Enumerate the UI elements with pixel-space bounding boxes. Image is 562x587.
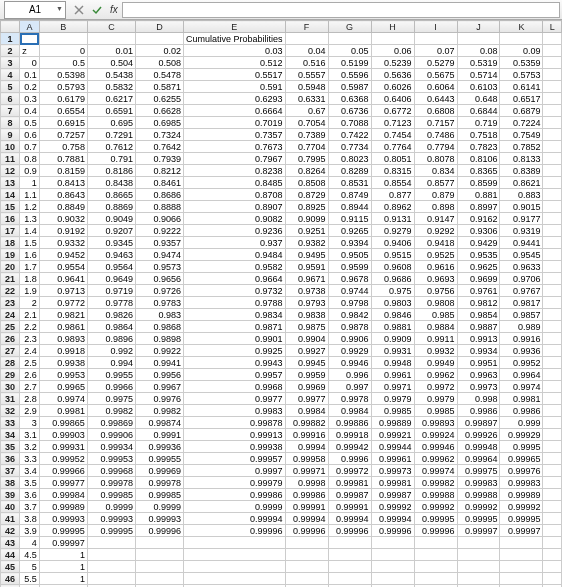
cell-I17[interactable]: 0.9292	[414, 225, 457, 237]
cell-K39[interactable]: 0.99989	[500, 489, 543, 501]
cell-K23[interactable]: 0.9817	[500, 297, 543, 309]
cell-L10[interactable]	[543, 141, 562, 153]
cell-L34[interactable]	[543, 429, 562, 441]
cell-A4[interactable]: 0.1	[20, 69, 40, 81]
cell-C27[interactable]: 0.992	[87, 345, 135, 357]
cell-B45[interactable]: 1	[39, 561, 87, 573]
cell-A30[interactable]: 2.7	[20, 381, 40, 393]
cell-H40[interactable]: 0.99992	[371, 501, 414, 513]
row-header-19[interactable]: 19	[1, 249, 20, 261]
cell-E30[interactable]: 0.9968	[184, 381, 286, 393]
cell-E15[interactable]: 0.8907	[184, 201, 286, 213]
row-header-18[interactable]: 18	[1, 237, 20, 249]
cell-D42[interactable]: 0.99996	[135, 525, 183, 537]
cell-B20[interactable]: 0.9554	[39, 261, 87, 273]
cell-D26[interactable]: 0.9898	[135, 333, 183, 345]
cell-E44[interactable]	[184, 549, 286, 561]
cell-E38[interactable]: 0.99979	[184, 477, 286, 489]
cell-E1[interactable]: Cumulative Probabilities	[184, 33, 286, 45]
cell-F2[interactable]: 0.04	[285, 45, 328, 57]
cell-I34[interactable]: 0.99924	[414, 429, 457, 441]
cell-B16[interactable]: 0.9032	[39, 213, 87, 225]
cell-H34[interactable]: 0.99921	[371, 429, 414, 441]
cell-H44[interactable]	[371, 549, 414, 561]
cell-L2[interactable]	[543, 45, 562, 57]
cell-A20[interactable]: 1.7	[20, 261, 40, 273]
cell-K44[interactable]	[500, 549, 543, 561]
cell-I9[interactable]: 0.7486	[414, 129, 457, 141]
cell-K26[interactable]: 0.9916	[500, 333, 543, 345]
cell-H22[interactable]: 0.975	[371, 285, 414, 297]
cell-G29[interactable]: 0.996	[328, 369, 371, 381]
row-header-33[interactable]: 33	[1, 417, 20, 429]
cell-L23[interactable]	[543, 297, 562, 309]
cell-H12[interactable]: 0.8315	[371, 165, 414, 177]
column-header-K[interactable]: K	[500, 21, 543, 33]
cell-G37[interactable]: 0.99972	[328, 465, 371, 477]
cell-F43[interactable]	[285, 537, 328, 549]
cell-K28[interactable]: 0.9952	[500, 357, 543, 369]
cell-H15[interactable]: 0.8962	[371, 201, 414, 213]
row-header-35[interactable]: 35	[1, 441, 20, 453]
cell-I4[interactable]: 0.5675	[414, 69, 457, 81]
cell-E29[interactable]: 0.9957	[184, 369, 286, 381]
cell-B1[interactable]	[39, 33, 87, 45]
cell-L29[interactable]	[543, 369, 562, 381]
cell-I30[interactable]: 0.9972	[414, 381, 457, 393]
row-header-44[interactable]: 44	[1, 549, 20, 561]
cell-I29[interactable]: 0.9962	[414, 369, 457, 381]
cell-A5[interactable]: 0.2	[20, 81, 40, 93]
cell-B40[interactable]: 0.99989	[39, 501, 87, 513]
cell-F41[interactable]: 0.99994	[285, 513, 328, 525]
cell-A42[interactable]: 3.9	[20, 525, 40, 537]
cell-I16[interactable]: 0.9147	[414, 213, 457, 225]
cell-I44[interactable]	[414, 549, 457, 561]
cell-I2[interactable]: 0.07	[414, 45, 457, 57]
cell-J45[interactable]	[457, 561, 500, 573]
column-header-H[interactable]: H	[371, 21, 414, 33]
cell-J44[interactable]	[457, 549, 500, 561]
cell-L6[interactable]	[543, 93, 562, 105]
cell-H36[interactable]: 0.99961	[371, 453, 414, 465]
cell-C9[interactable]: 0.7291	[87, 129, 135, 141]
cell-L25[interactable]	[543, 321, 562, 333]
cell-G28[interactable]: 0.9946	[328, 357, 371, 369]
cell-J18[interactable]: 0.9429	[457, 237, 500, 249]
cell-E7[interactable]: 0.6664	[184, 105, 286, 117]
row-header-12[interactable]: 12	[1, 165, 20, 177]
cell-B9[interactable]: 0.7257	[39, 129, 87, 141]
cell-I45[interactable]	[414, 561, 457, 573]
cell-G31[interactable]: 0.9978	[328, 393, 371, 405]
cell-L21[interactable]	[543, 273, 562, 285]
cell-A3[interactable]: 0	[20, 57, 40, 69]
cell-J46[interactable]	[457, 573, 500, 585]
cell-I15[interactable]: 0.898	[414, 201, 457, 213]
cell-B23[interactable]: 0.9772	[39, 297, 87, 309]
cell-L35[interactable]	[543, 441, 562, 453]
cell-H46[interactable]	[371, 573, 414, 585]
cell-D31[interactable]: 0.9976	[135, 393, 183, 405]
cell-L32[interactable]	[543, 405, 562, 417]
cell-H17[interactable]: 0.9279	[371, 225, 414, 237]
cell-H20[interactable]: 0.9608	[371, 261, 414, 273]
cell-F24[interactable]: 0.9838	[285, 309, 328, 321]
cell-C42[interactable]: 0.99995	[87, 525, 135, 537]
cell-K42[interactable]: 0.99997	[500, 525, 543, 537]
cell-B13[interactable]: 0.8413	[39, 177, 87, 189]
cell-A10[interactable]: 0.7	[20, 141, 40, 153]
cell-L19[interactable]	[543, 249, 562, 261]
cell-F16[interactable]: 0.9099	[285, 213, 328, 225]
cell-F19[interactable]: 0.9495	[285, 249, 328, 261]
cell-B10[interactable]: 0.758	[39, 141, 87, 153]
cell-C36[interactable]: 0.99953	[87, 453, 135, 465]
cell-B26[interactable]: 0.9893	[39, 333, 87, 345]
cell-A37[interactable]: 3.4	[20, 465, 40, 477]
cell-I21[interactable]: 0.9693	[414, 273, 457, 285]
cell-I3[interactable]: 0.5279	[414, 57, 457, 69]
cell-L16[interactable]	[543, 213, 562, 225]
cell-D34[interactable]: 0.9991	[135, 429, 183, 441]
column-header-L[interactable]: L	[543, 21, 562, 33]
cell-K30[interactable]: 0.9974	[500, 381, 543, 393]
cell-C41[interactable]: 0.99993	[87, 513, 135, 525]
cell-K19[interactable]: 0.9545	[500, 249, 543, 261]
